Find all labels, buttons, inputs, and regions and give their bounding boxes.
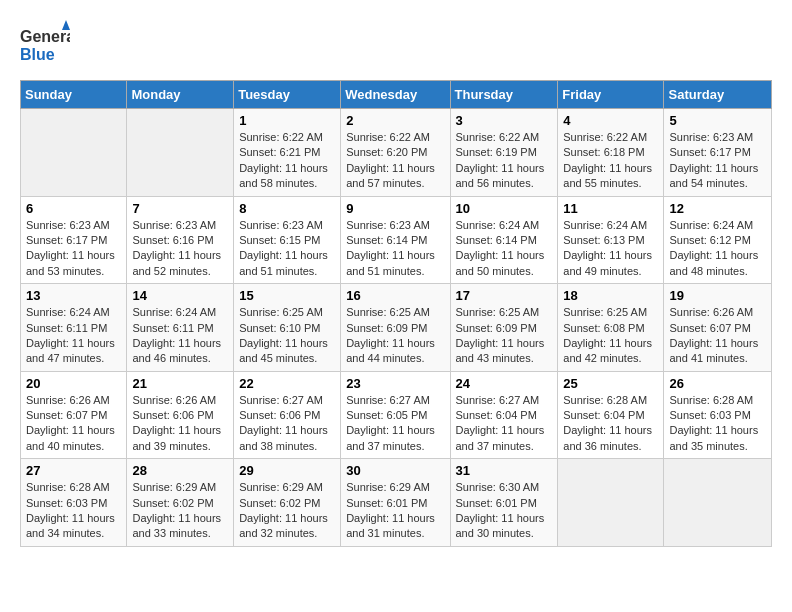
- sunset: Sunset: 6:15 PM: [239, 234, 320, 246]
- day-info: Sunrise: 6:29 AM Sunset: 6:01 PM Dayligh…: [346, 480, 444, 542]
- day-info: Sunrise: 6:24 AM Sunset: 6:11 PM Dayligh…: [132, 305, 228, 367]
- calendar-cell: 11 Sunrise: 6:24 AM Sunset: 6:13 PM Dayl…: [558, 196, 664, 284]
- sunset: Sunset: 6:03 PM: [669, 409, 750, 421]
- sunset: Sunset: 6:04 PM: [563, 409, 644, 421]
- sunrise: Sunrise: 6:23 AM: [26, 219, 110, 231]
- daylight: Daylight: 11 hours and 49 minutes.: [563, 249, 652, 276]
- calendar-cell: 24 Sunrise: 6:27 AM Sunset: 6:04 PM Dayl…: [450, 371, 558, 459]
- daylight: Daylight: 11 hours and 38 minutes.: [239, 424, 328, 451]
- day-number: 25: [563, 376, 658, 391]
- daylight: Daylight: 11 hours and 35 minutes.: [669, 424, 758, 451]
- sunrise: Sunrise: 6:29 AM: [346, 481, 430, 493]
- calendar-cell: 29 Sunrise: 6:29 AM Sunset: 6:02 PM Dayl…: [234, 459, 341, 547]
- sunset: Sunset: 6:17 PM: [26, 234, 107, 246]
- sunrise: Sunrise: 6:22 AM: [239, 131, 323, 143]
- day-info: Sunrise: 6:24 AM Sunset: 6:12 PM Dayligh…: [669, 218, 766, 280]
- sunrise: Sunrise: 6:27 AM: [456, 394, 540, 406]
- day-number: 31: [456, 463, 553, 478]
- day-info: Sunrise: 6:27 AM Sunset: 6:05 PM Dayligh…: [346, 393, 444, 455]
- calendar-cell: 10 Sunrise: 6:24 AM Sunset: 6:14 PM Dayl…: [450, 196, 558, 284]
- sunrise: Sunrise: 6:25 AM: [239, 306, 323, 318]
- sunset: Sunset: 6:07 PM: [669, 322, 750, 334]
- sunset: Sunset: 6:02 PM: [239, 497, 320, 509]
- day-info: Sunrise: 6:24 AM Sunset: 6:14 PM Dayligh…: [456, 218, 553, 280]
- sunrise: Sunrise: 6:23 AM: [669, 131, 753, 143]
- sunset: Sunset: 6:14 PM: [346, 234, 427, 246]
- sunset: Sunset: 6:16 PM: [132, 234, 213, 246]
- day-of-week-header: Thursday: [450, 81, 558, 109]
- sunset: Sunset: 6:08 PM: [563, 322, 644, 334]
- day-info: Sunrise: 6:30 AM Sunset: 6:01 PM Dayligh…: [456, 480, 553, 542]
- calendar-cell: [21, 109, 127, 197]
- day-info: Sunrise: 6:28 AM Sunset: 6:04 PM Dayligh…: [563, 393, 658, 455]
- day-number: 5: [669, 113, 766, 128]
- sunrise: Sunrise: 6:23 AM: [346, 219, 430, 231]
- logo-icon: General Blue: [20, 20, 70, 70]
- sunrise: Sunrise: 6:30 AM: [456, 481, 540, 493]
- svg-marker-2: [62, 20, 70, 30]
- logo: General Blue: [20, 20, 70, 70]
- calendar-cell: 13 Sunrise: 6:24 AM Sunset: 6:11 PM Dayl…: [21, 284, 127, 372]
- daylight: Daylight: 11 hours and 53 minutes.: [26, 249, 115, 276]
- sunset: Sunset: 6:17 PM: [669, 146, 750, 158]
- day-info: Sunrise: 6:25 AM Sunset: 6:10 PM Dayligh…: [239, 305, 335, 367]
- calendar-cell: 7 Sunrise: 6:23 AM Sunset: 6:16 PM Dayli…: [127, 196, 234, 284]
- sunrise: Sunrise: 6:22 AM: [456, 131, 540, 143]
- day-number: 30: [346, 463, 444, 478]
- day-info: Sunrise: 6:24 AM Sunset: 6:11 PM Dayligh…: [26, 305, 121, 367]
- sunset: Sunset: 6:03 PM: [26, 497, 107, 509]
- day-info: Sunrise: 6:29 AM Sunset: 6:02 PM Dayligh…: [132, 480, 228, 542]
- calendar-cell: 15 Sunrise: 6:25 AM Sunset: 6:10 PM Dayl…: [234, 284, 341, 372]
- sunset: Sunset: 6:04 PM: [456, 409, 537, 421]
- calendar-week-row: 6 Sunrise: 6:23 AM Sunset: 6:17 PM Dayli…: [21, 196, 772, 284]
- sunrise: Sunrise: 6:28 AM: [669, 394, 753, 406]
- calendar-week-row: 1 Sunrise: 6:22 AM Sunset: 6:21 PM Dayli…: [21, 109, 772, 197]
- daylight: Daylight: 11 hours and 44 minutes.: [346, 337, 435, 364]
- calendar-cell: 3 Sunrise: 6:22 AM Sunset: 6:19 PM Dayli…: [450, 109, 558, 197]
- page-header: General Blue: [20, 20, 772, 70]
- day-number: 2: [346, 113, 444, 128]
- sunrise: Sunrise: 6:26 AM: [26, 394, 110, 406]
- daylight: Daylight: 11 hours and 51 minutes.: [239, 249, 328, 276]
- day-number: 19: [669, 288, 766, 303]
- calendar-cell: 5 Sunrise: 6:23 AM Sunset: 6:17 PM Dayli…: [664, 109, 772, 197]
- sunset: Sunset: 6:06 PM: [239, 409, 320, 421]
- day-of-week-header: Friday: [558, 81, 664, 109]
- sunrise: Sunrise: 6:24 AM: [563, 219, 647, 231]
- day-info: Sunrise: 6:23 AM Sunset: 6:16 PM Dayligh…: [132, 218, 228, 280]
- day-info: Sunrise: 6:23 AM Sunset: 6:15 PM Dayligh…: [239, 218, 335, 280]
- day-number: 26: [669, 376, 766, 391]
- calendar-week-row: 20 Sunrise: 6:26 AM Sunset: 6:07 PM Dayl…: [21, 371, 772, 459]
- calendar-cell: 12 Sunrise: 6:24 AM Sunset: 6:12 PM Dayl…: [664, 196, 772, 284]
- day-info: Sunrise: 6:29 AM Sunset: 6:02 PM Dayligh…: [239, 480, 335, 542]
- calendar-cell: 9 Sunrise: 6:23 AM Sunset: 6:14 PM Dayli…: [341, 196, 450, 284]
- day-number: 8: [239, 201, 335, 216]
- day-info: Sunrise: 6:26 AM Sunset: 6:07 PM Dayligh…: [669, 305, 766, 367]
- day-info: Sunrise: 6:22 AM Sunset: 6:21 PM Dayligh…: [239, 130, 335, 192]
- calendar-cell: 6 Sunrise: 6:23 AM Sunset: 6:17 PM Dayli…: [21, 196, 127, 284]
- calendar-cell: 20 Sunrise: 6:26 AM Sunset: 6:07 PM Dayl…: [21, 371, 127, 459]
- sunrise: Sunrise: 6:24 AM: [132, 306, 216, 318]
- calendar-cell: 8 Sunrise: 6:23 AM Sunset: 6:15 PM Dayli…: [234, 196, 341, 284]
- day-info: Sunrise: 6:25 AM Sunset: 6:08 PM Dayligh…: [563, 305, 658, 367]
- day-number: 24: [456, 376, 553, 391]
- day-number: 15: [239, 288, 335, 303]
- daylight: Daylight: 11 hours and 52 minutes.: [132, 249, 221, 276]
- calendar-cell: 17 Sunrise: 6:25 AM Sunset: 6:09 PM Dayl…: [450, 284, 558, 372]
- daylight: Daylight: 11 hours and 40 minutes.: [26, 424, 115, 451]
- day-number: 20: [26, 376, 121, 391]
- header-row: SundayMondayTuesdayWednesdayThursdayFrid…: [21, 81, 772, 109]
- sunset: Sunset: 6:19 PM: [456, 146, 537, 158]
- daylight: Daylight: 11 hours and 33 minutes.: [132, 512, 221, 539]
- daylight: Daylight: 11 hours and 31 minutes.: [346, 512, 435, 539]
- day-info: Sunrise: 6:28 AM Sunset: 6:03 PM Dayligh…: [669, 393, 766, 455]
- daylight: Daylight: 11 hours and 55 minutes.: [563, 162, 652, 189]
- daylight: Daylight: 11 hours and 37 minutes.: [346, 424, 435, 451]
- calendar-cell: 18 Sunrise: 6:25 AM Sunset: 6:08 PM Dayl…: [558, 284, 664, 372]
- daylight: Daylight: 11 hours and 47 minutes.: [26, 337, 115, 364]
- sunset: Sunset: 6:09 PM: [456, 322, 537, 334]
- calendar-cell: 25 Sunrise: 6:28 AM Sunset: 6:04 PM Dayl…: [558, 371, 664, 459]
- day-number: 14: [132, 288, 228, 303]
- day-number: 23: [346, 376, 444, 391]
- sunset: Sunset: 6:01 PM: [456, 497, 537, 509]
